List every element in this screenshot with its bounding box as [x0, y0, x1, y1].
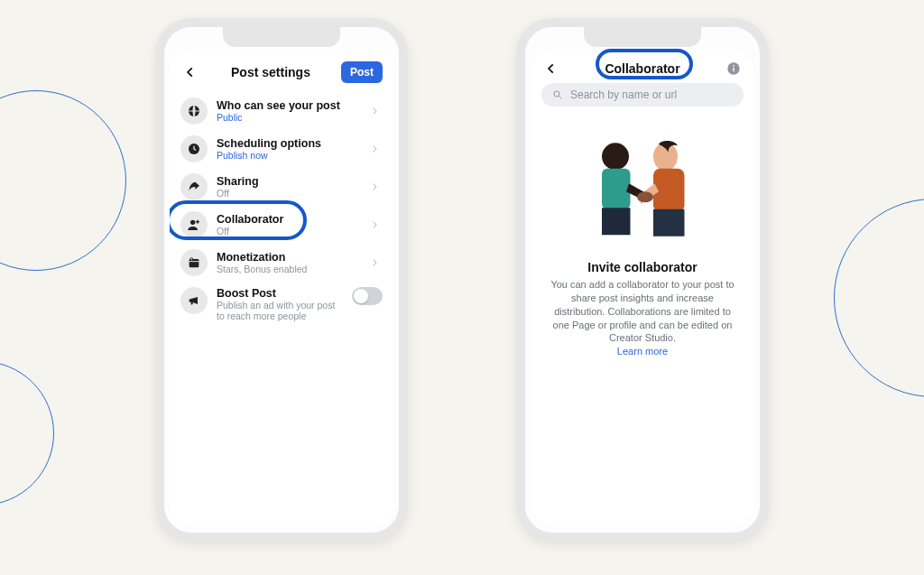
- search-placeholder: Search by name or url: [570, 88, 677, 101]
- back-button[interactable]: [180, 66, 200, 79]
- phone-notch: [584, 27, 701, 47]
- chevron-right-icon: [366, 144, 383, 153]
- info-icon: [726, 61, 741, 76]
- phone-mock-left: Post settings Post Who can see your post…: [155, 18, 408, 542]
- share-icon: [180, 173, 208, 200]
- page-title: Post settings: [231, 65, 310, 79]
- page-title: Collaborator: [561, 61, 724, 76]
- svg-line-9: [559, 97, 562, 99]
- invite-block: Invite collaborator You can add a collab…: [540, 260, 745, 358]
- illustration: [540, 134, 745, 251]
- phone-notch: [223, 27, 340, 47]
- collaborator-header: Collaborator: [540, 56, 745, 83]
- row-subtitle: Off: [217, 188, 357, 199]
- row-boost[interactable]: Boost Post Publish an ad with your post …: [179, 282, 384, 328]
- svg-rect-14: [653, 209, 685, 236]
- megaphone-icon: [180, 287, 208, 314]
- chevron-right-icon: [366, 182, 383, 191]
- person-plus-icon: [180, 211, 208, 238]
- row-title: Who can see your post: [217, 99, 357, 112]
- svg-rect-11: [602, 169, 631, 209]
- row-title: Sharing: [217, 175, 357, 188]
- row-title: Scheduling options: [217, 137, 357, 150]
- row-title: Collaborator: [217, 213, 357, 226]
- info-button[interactable]: [724, 61, 744, 76]
- post-settings-header: Post settings Post: [179, 56, 384, 92]
- row-subtitle: Stars, Bonus enabled: [217, 264, 357, 274]
- row-subtitle: Publish an ad with your post to reach mo…: [217, 300, 343, 321]
- back-button[interactable]: [541, 62, 561, 75]
- invite-title: Invite collaborator: [547, 260, 738, 274]
- row-scheduling[interactable]: Scheduling options Publish now: [179, 130, 384, 168]
- row-collaborator[interactable]: Collaborator Off: [179, 206, 384, 244]
- chevron-right-icon: [366, 107, 383, 116]
- row-visibility[interactable]: Who can see your post Public: [179, 92, 384, 130]
- phone-mock-right: Collaborator Search by name or url: [516, 18, 769, 542]
- svg-point-10: [602, 143, 629, 170]
- handshake-illustration: [575, 134, 710, 251]
- svg-rect-12: [602, 208, 631, 235]
- svg-point-7: [733, 65, 735, 67]
- row-subtitle: Public: [217, 112, 357, 123]
- learn-more-link[interactable]: Learn more: [617, 346, 668, 357]
- search-input[interactable]: Search by name or url: [541, 83, 744, 107]
- search-icon: [552, 89, 563, 100]
- monetization-icon: [180, 249, 208, 276]
- row-subtitle: Publish now: [217, 150, 357, 161]
- chevron-right-icon: [366, 220, 383, 229]
- svg-point-4: [190, 258, 193, 261]
- chevron-right-icon: [366, 258, 383, 267]
- boost-toggle[interactable]: [352, 287, 383, 305]
- clock-icon: [180, 135, 208, 162]
- invite-body: You can add a collaborator to your post …: [547, 278, 738, 358]
- svg-point-2: [190, 220, 195, 225]
- chevron-left-icon: [545, 62, 558, 75]
- svg-rect-6: [733, 68, 734, 72]
- row-title: Monetization: [217, 251, 357, 264]
- chevron-left-icon: [184, 66, 197, 79]
- post-button[interactable]: Post: [341, 61, 383, 83]
- invite-body-text: You can add a collaborator to your post …: [550, 279, 734, 343]
- globe-icon: [180, 97, 208, 125]
- row-monetization[interactable]: Monetization Stars, Bonus enabled: [179, 244, 384, 282]
- row-sharing[interactable]: Sharing Off: [179, 168, 384, 206]
- svg-point-8: [554, 91, 559, 97]
- svg-point-15: [637, 191, 653, 202]
- row-subtitle: Off: [217, 226, 357, 236]
- row-title: Boost Post: [217, 287, 343, 300]
